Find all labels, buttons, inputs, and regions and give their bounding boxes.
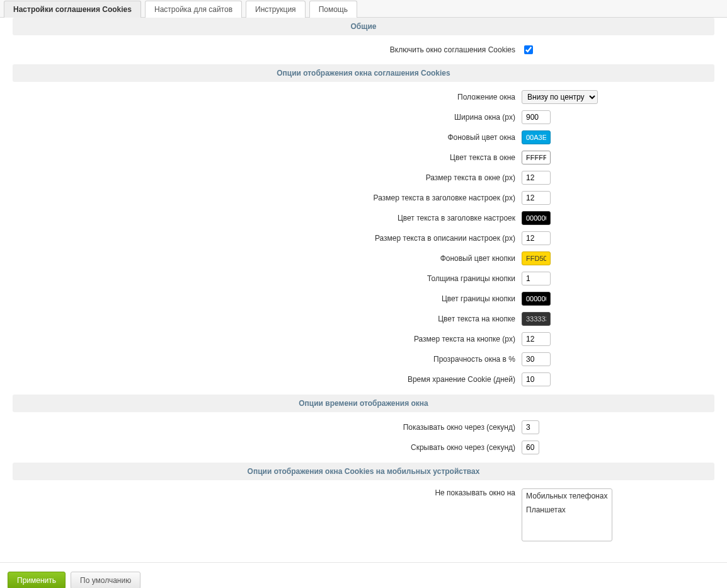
content-area: Общие Включить окно соглашения Cookies О… bbox=[0, 18, 727, 562]
label-enable-cookies: Включить окно соглашения Cookies bbox=[13, 45, 522, 54]
label-text-color: Цвет текста в окне bbox=[13, 153, 522, 162]
label-btn-border-width: Толщина границы кнопки bbox=[13, 274, 522, 283]
section-header-general: Общие bbox=[13, 18, 714, 35]
section-header-timing: Опции времени отображения окна bbox=[13, 395, 714, 412]
section-header-display: Опции отображения окна соглашения Cookie… bbox=[13, 64, 714, 82]
label-header-text-color: Цвет текста в заголовке настроек bbox=[13, 214, 522, 222]
label-btn-text-size: Размер текста на кнопке (px) bbox=[13, 335, 522, 343]
input-opacity[interactable] bbox=[522, 352, 551, 366]
label-header-text-size: Размер текста в заголовке настроек (px) bbox=[13, 193, 522, 202]
label-text-size: Размер текста в окне (px) bbox=[13, 173, 522, 182]
section-header-mobile: Опции отображения окна Cookies на мобиль… bbox=[13, 463, 714, 480]
input-btn-bg[interactable] bbox=[522, 251, 551, 265]
multiselect-option-mobile[interactable]: Мобильных телефонах bbox=[522, 489, 612, 503]
label-show-after: Показывать окно через (секунд) bbox=[13, 423, 522, 432]
checkbox-enable-cookies[interactable] bbox=[524, 45, 533, 54]
tab-instruction[interactable]: Инструкция bbox=[246, 1, 306, 18]
input-text-color[interactable] bbox=[522, 151, 551, 164]
multiselect-hide-on[interactable]: Мобильных телефонах Планшетах bbox=[522, 488, 612, 541]
label-hide-after: Скрывать окно через (секунд) bbox=[13, 443, 522, 452]
input-btn-text-size[interactable] bbox=[522, 332, 551, 346]
select-position[interactable]: Внизу по центру bbox=[522, 90, 598, 104]
label-desc-text-size: Размер текста в описании настроек (px) bbox=[13, 234, 522, 243]
tab-site-settings[interactable]: Настройка для сайтов bbox=[145, 1, 242, 18]
input-cookie-days[interactable] bbox=[522, 372, 551, 386]
input-hide-after[interactable] bbox=[522, 441, 539, 454]
label-bg-color: Фоновый цвет окна bbox=[13, 133, 522, 142]
input-btn-border-color[interactable] bbox=[522, 292, 551, 306]
label-btn-border-color: Цвет границы кнопки bbox=[13, 294, 522, 303]
input-show-after[interactable] bbox=[522, 420, 539, 434]
label-position: Положение окна bbox=[13, 93, 522, 101]
label-btn-bg: Фоновый цвет кнопки bbox=[13, 254, 522, 263]
multiselect-option-tablet[interactable]: Планшетах bbox=[522, 503, 612, 517]
input-header-text-color[interactable] bbox=[522, 211, 551, 225]
label-cookie-days: Время хранение Cookie (дней) bbox=[13, 375, 522, 384]
input-header-text-size[interactable] bbox=[522, 191, 551, 205]
input-desc-text-size[interactable] bbox=[522, 231, 551, 245]
label-width: Ширина окна (px) bbox=[13, 113, 522, 122]
apply-button[interactable]: Применить bbox=[8, 572, 66, 588]
label-btn-text-color: Цвет текста на кнопке bbox=[13, 314, 522, 323]
tab-help[interactable]: Помощь bbox=[309, 1, 357, 18]
footer-bar: Применить По умолчанию bbox=[0, 562, 727, 588]
input-btn-border-width[interactable] bbox=[522, 272, 551, 285]
label-hide-on: Не показывать окно на bbox=[13, 488, 522, 497]
input-bg-color[interactable] bbox=[522, 130, 551, 144]
input-width[interactable] bbox=[522, 110, 551, 124]
label-opacity: Прозрачность окна в % bbox=[13, 355, 522, 364]
tabs-bar: Настройки соглашения Cookies Настройка д… bbox=[0, 0, 727, 18]
input-btn-text-color[interactable] bbox=[522, 312, 551, 326]
default-button[interactable]: По умолчанию bbox=[71, 572, 140, 588]
input-text-size[interactable] bbox=[522, 171, 551, 185]
tab-cookie-settings[interactable]: Настройки соглашения Cookies bbox=[4, 1, 141, 18]
